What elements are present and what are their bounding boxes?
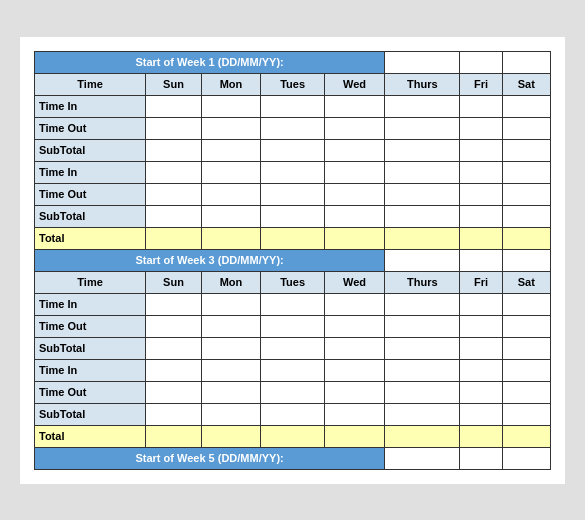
w1-tues-sub2[interactable] [261, 205, 325, 227]
w3-mon-timein1[interactable] [201, 293, 260, 315]
w3-tues-total[interactable] [261, 425, 325, 447]
w3-mon-timeout1[interactable] [201, 315, 260, 337]
w1-sat-total[interactable] [502, 227, 550, 249]
w1-tues-timeout2[interactable] [261, 183, 325, 205]
w3-thurs-timeout1[interactable] [385, 315, 460, 337]
w1-thurs-timeout2[interactable] [385, 183, 460, 205]
week5-header-label: Start of Week 5 (DD/MM/YY): [35, 447, 385, 469]
w1-sat-timein2[interactable] [502, 161, 550, 183]
w3-fri-sub1[interactable] [460, 337, 502, 359]
w3-thurs-timeout2[interactable] [385, 381, 460, 403]
w3-sat-total[interactable] [502, 425, 550, 447]
w1-sun-timeout1[interactable] [146, 117, 202, 139]
w3-sat-timeout2[interactable] [502, 381, 550, 403]
w1-mon-timeout2[interactable] [201, 183, 260, 205]
w1-sun-sub1[interactable] [146, 139, 202, 161]
w3-mon-timeout2[interactable] [201, 381, 260, 403]
w3-wed-total[interactable] [324, 425, 384, 447]
w3-sun-timein2[interactable] [146, 359, 202, 381]
w3-wed-timeout2[interactable] [324, 381, 384, 403]
w1-tues-timein1[interactable] [261, 95, 325, 117]
w3-tues-timein2[interactable] [261, 359, 325, 381]
w1-sun-timeout2[interactable] [146, 183, 202, 205]
w1-fri-timein2[interactable] [460, 161, 502, 183]
w3-sat-sub1[interactable] [502, 337, 550, 359]
w3-fri-timein1[interactable] [460, 293, 502, 315]
w1-tues-timeout1[interactable] [261, 117, 325, 139]
w1-fri-total[interactable] [460, 227, 502, 249]
w3-wed-timeout1[interactable] [324, 315, 384, 337]
w3-tues-timeout2[interactable] [261, 381, 325, 403]
w1-thurs-timein2[interactable] [385, 161, 460, 183]
w3-fri-timeout2[interactable] [460, 381, 502, 403]
w1-thurs-sub2[interactable] [385, 205, 460, 227]
w3-sat-timein2[interactable] [502, 359, 550, 381]
w3-sun-sub1[interactable] [146, 337, 202, 359]
w3-thurs-timein1[interactable] [385, 293, 460, 315]
w1-sat-timeout2[interactable] [502, 183, 550, 205]
w1-fri-sub1[interactable] [460, 139, 502, 161]
w1-wed-timein1[interactable] [324, 95, 384, 117]
w3-fri-total[interactable] [460, 425, 502, 447]
w3-thurs-timein2[interactable] [385, 359, 460, 381]
w1-wed-sub2[interactable] [324, 205, 384, 227]
w1-mon-timeout1[interactable] [201, 117, 260, 139]
w3-thurs-sub2[interactable] [385, 403, 460, 425]
w1-mon-timein2[interactable] [201, 161, 260, 183]
w1-fri-timeout2[interactable] [460, 183, 502, 205]
w3-thurs-total[interactable] [385, 425, 460, 447]
w3-fri-timeout1[interactable] [460, 315, 502, 337]
w3-mon-sub2[interactable] [201, 403, 260, 425]
w1-sun-sub2[interactable] [146, 205, 202, 227]
w3-mon-total[interactable] [201, 425, 260, 447]
w1-wed-sub1[interactable] [324, 139, 384, 161]
w3-tues-timein1[interactable] [261, 293, 325, 315]
w3-sun-total[interactable] [146, 425, 202, 447]
w3-sun-timeout2[interactable] [146, 381, 202, 403]
w3-tues-sub2[interactable] [261, 403, 325, 425]
w1-wed-timein2[interactable] [324, 161, 384, 183]
w3-mon-timein2[interactable] [201, 359, 260, 381]
w3-wed-sub1[interactable] [324, 337, 384, 359]
w1-sun-timein1[interactable] [146, 95, 202, 117]
w3-sun-timein1[interactable] [146, 293, 202, 315]
w1-mon-timein1[interactable] [201, 95, 260, 117]
w1-fri-timeout1[interactable] [460, 117, 502, 139]
w1-mon-total[interactable] [201, 227, 260, 249]
w3-tues-timeout1[interactable] [261, 315, 325, 337]
w1-tues-total[interactable] [261, 227, 325, 249]
w3-wed-sub2[interactable] [324, 403, 384, 425]
w3-tues-sub1[interactable] [261, 337, 325, 359]
w1-fri-sub2[interactable] [460, 205, 502, 227]
w3-fri-timein2[interactable] [460, 359, 502, 381]
w3-wed-timein2[interactable] [324, 359, 384, 381]
w1-thurs-timeout1[interactable] [385, 117, 460, 139]
w3-thurs-sub1[interactable] [385, 337, 460, 359]
w3-sat-sub2[interactable] [502, 403, 550, 425]
w3-sun-timeout1[interactable] [146, 315, 202, 337]
w3-mon-sub1[interactable] [201, 337, 260, 359]
w1-fri-timein1[interactable] [460, 95, 502, 117]
w1-sat-sub1[interactable] [502, 139, 550, 161]
week1-header-row: Start of Week 1 (DD/MM/YY): [35, 51, 551, 73]
w1-wed-timeout2[interactable] [324, 183, 384, 205]
w1-tues-sub1[interactable] [261, 139, 325, 161]
w1-sun-total[interactable] [146, 227, 202, 249]
w1-tues-timein2[interactable] [261, 161, 325, 183]
w1-sat-timein1[interactable] [502, 95, 550, 117]
w3-wed-timein1[interactable] [324, 293, 384, 315]
w1-mon-sub2[interactable] [201, 205, 260, 227]
w1-sat-timeout1[interactable] [502, 117, 550, 139]
w1-sun-timein2[interactable] [146, 161, 202, 183]
w1-thurs-timein1[interactable] [385, 95, 460, 117]
w1-sat-sub2[interactable] [502, 205, 550, 227]
w3-sat-timeout1[interactable] [502, 315, 550, 337]
w1-thurs-total[interactable] [385, 227, 460, 249]
w3-sun-sub2[interactable] [146, 403, 202, 425]
w1-wed-timeout1[interactable] [324, 117, 384, 139]
w1-wed-total[interactable] [324, 227, 384, 249]
w3-sat-timein1[interactable] [502, 293, 550, 315]
w1-thurs-sub1[interactable] [385, 139, 460, 161]
w1-mon-sub1[interactable] [201, 139, 260, 161]
w3-fri-sub2[interactable] [460, 403, 502, 425]
